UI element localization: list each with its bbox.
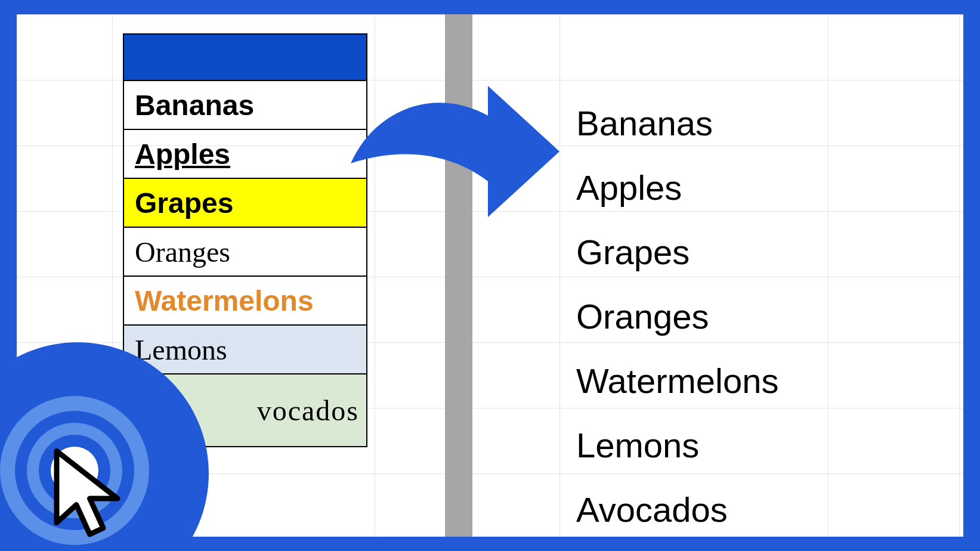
table-row[interactable]: Oranges (124, 228, 366, 277)
list-item[interactable]: Avocados (576, 477, 779, 541)
table-row[interactable]: Apples (124, 130, 366, 179)
cursor-icon (45, 447, 140, 551)
table-row[interactable]: Lemons (124, 326, 366, 374)
table-row[interactable]: Bananas (124, 81, 366, 130)
list-item[interactable]: Grapes (576, 219, 779, 284)
pane-divider (445, 14, 472, 537)
table-row[interactable]: Grapes (124, 179, 366, 228)
plain-list: Bananas Apples Grapes Oranges Watermelon… (576, 91, 779, 541)
list-item[interactable]: Apples (576, 155, 779, 219)
table-header-cell[interactable] (124, 35, 366, 81)
table-row[interactable]: Watermelons (124, 277, 366, 326)
list-item[interactable]: Oranges (576, 284, 779, 348)
list-item[interactable]: Watermelons (576, 348, 779, 413)
list-item[interactable]: Lemons (576, 413, 779, 477)
list-item[interactable]: Bananas (576, 91, 779, 155)
